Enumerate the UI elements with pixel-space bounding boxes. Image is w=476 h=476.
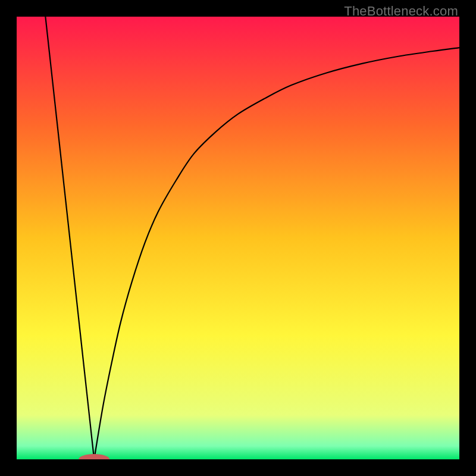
chart-svg bbox=[17, 17, 459, 459]
gradient-background bbox=[17, 17, 459, 459]
chart-frame: TheBottleneck.com bbox=[0, 0, 476, 476]
plot-area bbox=[17, 17, 459, 459]
